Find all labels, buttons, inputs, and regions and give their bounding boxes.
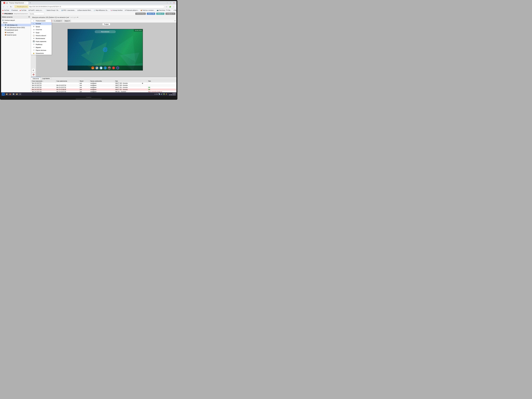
tree-node-local-lvm[interactable]: 📦 local-lvm (pve) <box>1 34 31 36</box>
address-bar[interactable]: ⚠ Niezabezpieczona https://192.168.100.9… <box>13 5 165 8</box>
extensions-icon[interactable]: 🧩 <box>169 5 172 8</box>
vnc-power-btn[interactable]: ⏻ <box>32 73 35 76</box>
edit-tags-icon[interactable]: ✏ <box>77 17 78 18</box>
help-icon[interactable]: ? <box>175 20 175 22</box>
menu-podsumowanie[interactable]: ≡ Podsumowanie <box>31 19 51 22</box>
table-row: root@pam <box>89 84 114 87</box>
refresh-button[interactable]: ↻ <box>9 5 13 8</box>
bookmark-satedu[interactable]: 📄 Satedu Group| = Str... <box>44 9 60 11</box>
menu-zapora[interactable]: 🛡 Zapora sieciowa <box>31 49 51 52</box>
vm-searchbar[interactable]: Wyszukiwanie <box>95 31 116 33</box>
menu-button[interactable]: ⋮ <box>172 5 175 8</box>
menu-replikacja[interactable]: ⟳ Replikacja <box>31 43 51 46</box>
bookmark-baza[interactable]: ⊞ Baza obrazów Wind... <box>77 9 92 11</box>
back-button[interactable]: ← <box>2 5 5 8</box>
local-label: local (pve) <box>7 32 14 33</box>
create-ct-button[interactable]: Utwórz CT <box>156 13 165 15</box>
datacenter-icon: 🏢 <box>2 19 4 21</box>
console-button[interactable]: >_ Konsola ▼ <box>53 20 63 22</box>
tree-node-vm101[interactable]: 💻 101 (Windows-Server-2022) <box>1 26 31 29</box>
bookmark-twoj-box[interactable]: 📦 Twój box z kontami... <box>140 9 155 11</box>
taskbar-doc-icon[interactable]: 📄 <box>100 66 103 70</box>
new-tab-button[interactable]: + <box>29 1 32 4</box>
taskbar-item-explorer[interactable]: 📁 <box>5 93 8 95</box>
vm100-icon: 💻 <box>5 24 6 26</box>
menu-historia[interactable]: 📋 Historia zdarzeń <box>31 34 51 37</box>
systray-lang-a[interactable]: A <box>154 93 155 95</box>
bookmark-purepc[interactable]: 🖥 PurePC - wiemy, co... <box>28 9 43 11</box>
tree-node-pve[interactable]: 🖥 pve <box>1 21 31 24</box>
menu-kopia[interactable]: 💾 Kopia zapasowa <box>31 40 51 43</box>
tree-node-vm100[interactable]: 💻 100 (Debian-12) <box>1 24 31 26</box>
browser-tab-active[interactable]: P pve - Proxmox Virtual Environme... × <box>2 1 28 4</box>
taskbar-item-terminal[interactable]: 🖥 <box>19 93 22 95</box>
col-end-time[interactable]: Czas zakończenia <box>55 80 79 82</box>
bookmark-aliexpress[interactable]: 🛒 Moje AliExpress: Za... <box>93 9 109 11</box>
menu-sprzet[interactable]: ⚙ Sprzęt <box>31 25 51 28</box>
bookmark-youtube-1[interactable]: ▶ YouTube <box>2 9 10 11</box>
tree-node-localnetwork[interactable]: ⊞ localnetwork (pve) <box>1 29 31 31</box>
tab-logi-klastra[interactable]: Logi klastra <box>41 77 51 80</box>
systray-usb-icon[interactable]: ⚡ <box>165 93 167 95</box>
taskbar-files-icon[interactable]: 📁 <box>95 66 98 70</box>
col-node[interactable]: Węzeł <box>79 80 89 82</box>
bookmark-wszystkie[interactable]: » Wszystkie <box>173 9 176 11</box>
taskbar-item-firefox[interactable]: 🦊 <box>9 93 12 95</box>
taskbar-photo-icon[interactable]: 📷 <box>108 66 111 70</box>
preview-tab[interactable]: Podgląd <box>102 23 110 25</box>
bookmark-ipko[interactable]: 🏦 iPKO - nowa banko... <box>61 9 76 11</box>
menu-konsola[interactable]: >_ Konsola <box>31 22 51 25</box>
vm-title: Maszyna wirtualna 100 (Debian-12) na ser… <box>32 17 69 18</box>
start-menu-button[interactable]: ⊞ <box>2 93 5 95</box>
tree-node-local[interactable]: 📦 local (pve) <box>1 31 31 34</box>
maximize-button[interactable]: □ <box>169 1 172 4</box>
taskbar-item-files[interactable]: 📁 <box>15 93 19 95</box>
systray-battery-icon[interactable]: 🔋 <box>163 93 165 95</box>
menu-cloud-init[interactable]: ☁ Cloud-Init <box>31 28 51 31</box>
taskbar-firefox-icon[interactable]: 🦊 <box>91 66 94 70</box>
col-status[interactable]: Stan <box>147 80 176 82</box>
close-button[interactable]: ✕ <box>173 1 175 4</box>
user-menu-button[interactable]: root@pam ▼ <box>165 13 175 15</box>
documentation-button[interactable]: Dokumentacja <box>135 13 146 15</box>
col-start-time[interactable]: Czas rozpoczęcia ↓ <box>31 80 55 82</box>
proxmox-header: ✕ PROXMOX Virtual Environment 8.0.3 Doku… <box>1 12 176 16</box>
col-user[interactable]: Nazwa użytkownika <box>89 80 114 82</box>
tab-close-button[interactable]: × <box>25 2 27 4</box>
taskbar-help-icon[interactable]: 🔴 <box>112 66 115 70</box>
col-desc[interactable]: Opis <box>114 80 141 82</box>
more-button[interactable]: Więcej ▼ <box>64 20 71 22</box>
migawki-icon: ↺ <box>33 46 35 48</box>
table-row: Wrz 24 10:57:54 <box>55 84 79 87</box>
table-row <box>55 82 79 84</box>
menu-opcje[interactable]: ⊞ Opcje <box>31 31 51 34</box>
menu-uprawnienia[interactable]: 🔒 Uprawnienia <box>31 52 51 55</box>
taskbar-apps-icon[interactable]: ⊞ <box>116 66 119 70</box>
systray-network-icon[interactable]: 📡 <box>158 93 160 95</box>
sidebar-settings-icon[interactable]: ⚙ <box>28 16 30 18</box>
systray-speaker-icon[interactable]: 🔊 <box>161 93 163 95</box>
cloud-init-icon: ☁ <box>33 29 35 30</box>
proxmox-search-input[interactable] <box>29 13 44 15</box>
bookmark-youtube-2[interactable]: ▶ YouTube <box>19 9 27 11</box>
menu-monitorowanie[interactable]: 👁 Monitorowanie <box>31 37 51 40</box>
vm-screen[interactable]: 24 wrz 10:59 Wyszukiwanie 🌀 <box>68 29 143 70</box>
vnc-btn-3[interactable]: ⚙ <box>32 69 35 72</box>
bookmark-uniswap[interactable]: 🦄 Uniswap Interface <box>110 9 123 11</box>
forward-button[interactable]: → <box>6 5 9 8</box>
minimize-button[interactable]: – <box>166 1 169 4</box>
create-vm-button[interactable]: Utwórz VM <box>147 13 155 15</box>
bookmark-facebook[interactable]: f Facebook <box>11 9 18 11</box>
table-row <box>141 91 147 93</box>
taskbar-item-drive[interactable]: 💿 <box>12 93 15 95</box>
taskbar-text-icon[interactable]: 📘 <box>104 66 107 70</box>
pobieranie-icon: ⬇ <box>125 10 126 11</box>
security-indicator[interactable]: ⚠ Niezabezpieczona <box>14 6 28 8</box>
systray-lang-en[interactable]: EN <box>156 93 158 95</box>
menu-migawki[interactable]: ↺ Migawki <box>31 46 51 49</box>
bookmark-client-area[interactable]: 📺 Client Area - TV Sta... <box>156 9 172 11</box>
bookmarks-icon[interactable]: ☆ <box>165 5 168 8</box>
tree-node-datacenter[interactable]: 🏢 Centrum danych <box>1 19 31 21</box>
bookmark-pobieranie[interactable]: ⬇ Pobieranie plików b... <box>124 9 139 11</box>
tab-zdarzenia[interactable]: Zdarzenia <box>31 77 41 80</box>
